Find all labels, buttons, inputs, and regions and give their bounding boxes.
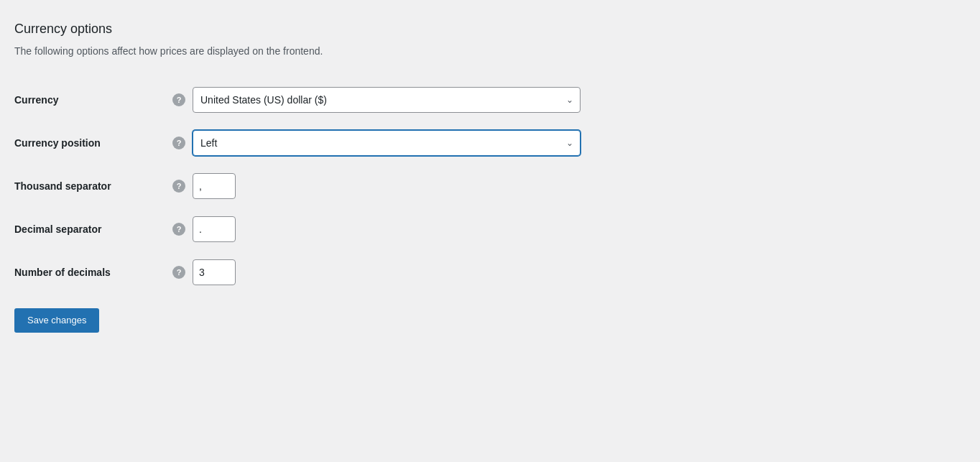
- currency-position-row: Currency position ? Left Right Left with…: [14, 121, 675, 165]
- number-of-decimals-field-cell: ?: [172, 251, 675, 294]
- number-of-decimals-row: Number of decimals ?: [14, 251, 675, 294]
- currency-position-help-icon: ?: [172, 137, 185, 149]
- thousand-separator-label: Thousand separator: [14, 165, 172, 208]
- currency-field-cell: ? United States (US) dollar ($) Euro (€)…: [172, 78, 675, 121]
- decimal-separator-label: Decimal separator: [14, 208, 172, 251]
- currency-select-wrapper: United States (US) dollar ($) Euro (€) B…: [193, 87, 581, 113]
- thousand-separator-row: Thousand separator ?: [14, 165, 675, 208]
- currency-select[interactable]: United States (US) dollar ($) Euro (€) B…: [193, 87, 581, 113]
- decimal-separator-help-icon: ?: [172, 223, 185, 236]
- currency-position-select-wrapper: Left Right Left with space Right with sp…: [193, 130, 581, 156]
- currency-help-icon: ?: [172, 93, 185, 106]
- save-changes-button[interactable]: Save changes: [14, 308, 99, 333]
- settings-form: Currency ? United States (US) dollar ($)…: [14, 78, 675, 294]
- currency-position-field-cell: ? Left Right Left with space Right with …: [172, 121, 675, 165]
- currency-label: Currency: [14, 78, 172, 121]
- currency-position-field-row: ? Left Right Left with space Right with …: [172, 130, 675, 156]
- decimal-separator-field-row: ?: [172, 216, 675, 242]
- currency-row: Currency ? United States (US) dollar ($)…: [14, 78, 675, 121]
- thousand-separator-field-row: ?: [172, 173, 675, 199]
- currency-position-select[interactable]: Left Right Left with space Right with sp…: [193, 130, 581, 156]
- decimal-separator-input[interactable]: [193, 216, 236, 242]
- thousand-separator-field-cell: ?: [172, 165, 675, 208]
- number-of-decimals-input[interactable]: [193, 259, 236, 285]
- page-description: The following options affect how prices …: [14, 45, 675, 57]
- decimal-separator-row: Decimal separator ?: [14, 208, 675, 251]
- currency-field-row: ? United States (US) dollar ($) Euro (€)…: [172, 87, 675, 113]
- page-container: Currency options The following options a…: [0, 0, 690, 354]
- thousand-separator-help-icon: ?: [172, 180, 185, 193]
- number-of-decimals-label: Number of decimals: [14, 251, 172, 294]
- number-of-decimals-field-row: ?: [172, 259, 675, 285]
- currency-position-label: Currency position: [14, 121, 172, 165]
- decimal-separator-field-cell: ?: [172, 208, 675, 251]
- page-title: Currency options: [14, 22, 675, 37]
- thousand-separator-input[interactable]: [193, 173, 236, 199]
- number-of-decimals-help-icon: ?: [172, 266, 185, 279]
